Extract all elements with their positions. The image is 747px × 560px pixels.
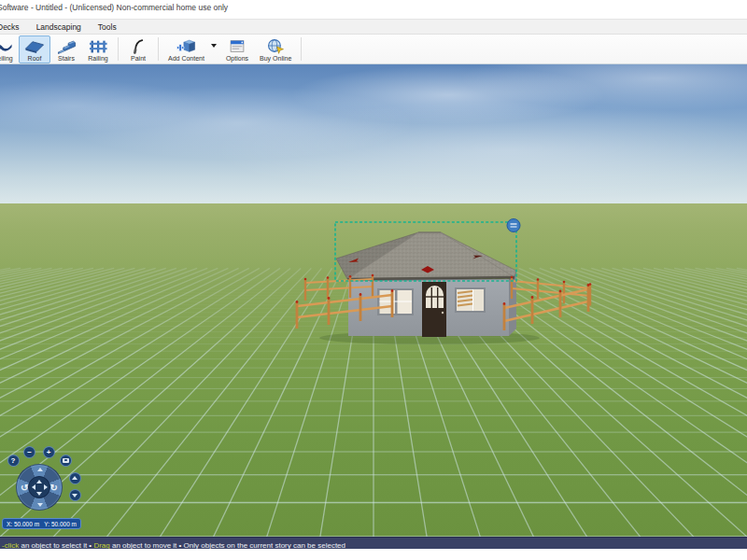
- up-arrow-icon: [72, 476, 78, 480]
- help-glyph: ?: [11, 456, 16, 465]
- minus-glyph: −: [27, 448, 32, 456]
- pad-down-icon: [36, 492, 42, 496]
- down-arrow-icon: [72, 494, 78, 497]
- toolbar-separator: [118, 37, 119, 61]
- elevation-down-button[interactable]: [69, 489, 81, 501]
- add-content-icon: [176, 38, 196, 54]
- app-window: Software - Untitled - (Unlicensed) Non-c…: [0, 0, 747, 560]
- tool-label: Roof: [28, 55, 42, 62]
- tool-label: Railing: [88, 55, 107, 62]
- tool-button-roof[interactable]: Roof: [19, 35, 50, 63]
- tool-label: Paint: [131, 55, 146, 62]
- house-object[interactable]: [289, 215, 621, 350]
- toolbar-separator: [158, 37, 159, 61]
- help-button[interactable]: ?: [7, 455, 20, 467]
- selection-handle[interactable]: [507, 219, 520, 232]
- railing-icon: [88, 38, 108, 54]
- railing-right-far: [512, 281, 590, 296]
- coordinate-readout: X: 50.000 m Y: 50.000 m: [2, 518, 81, 529]
- coordinate-x: X: 50.000 m: [7, 521, 39, 527]
- tool-button-paint[interactable]: Paint: [122, 35, 154, 63]
- tool-label: Options: [226, 55, 248, 62]
- status-bar: -click an object to select it • Drag an …: [0, 537, 747, 549]
- toolbar: Ceiling Roof Stairs: [0, 35, 747, 64]
- menu-item-decks[interactable]: Decks: [0, 21, 28, 34]
- coordinate-y: Y: 50.000 m: [44, 521, 77, 527]
- roof-icon: [24, 38, 45, 54]
- zoom-out-button[interactable]: −: [23, 446, 35, 458]
- pad-up-icon: [36, 480, 42, 483]
- scene-viewport[interactable]: ? − + ↺ ↻: [0, 64, 747, 537]
- title-bar: Software - Untitled - (Unlicensed) Non-c…: [0, 0, 747, 19]
- clouds: [0, 64, 747, 203]
- menu-item-tools[interactable]: Tools: [90, 21, 125, 34]
- bottom-strip: [0, 549, 747, 560]
- add-content-dropdown-arrow[interactable]: [211, 44, 217, 48]
- tool-label: Add Content: [168, 55, 204, 62]
- stairs-icon: [56, 38, 77, 54]
- rotate-right-icon[interactable]: ↻: [50, 483, 58, 493]
- camera-button[interactable]: [60, 455, 72, 467]
- menu-item-landscaping[interactable]: Landscaping: [28, 21, 90, 34]
- pan-pad[interactable]: [28, 476, 50, 498]
- tool-label: Ceiling: [0, 55, 13, 62]
- tool-button-stairs[interactable]: Stairs: [50, 35, 82, 63]
- view-dial[interactable]: ↺ ↻: [16, 464, 63, 511]
- paint-icon: [128, 38, 148, 54]
- menu-bar: Decks Landscaping Tools: [0, 19, 747, 35]
- tool-button-buy-online[interactable]: Buy Online: [254, 35, 297, 63]
- zoom-in-button[interactable]: +: [43, 446, 55, 458]
- pan-down-arrow-icon[interactable]: [37, 503, 43, 507]
- tool-button-railing[interactable]: Railing: [82, 35, 114, 63]
- toolbar-separator: [301, 37, 302, 61]
- tool-button-options[interactable]: Options: [220, 35, 254, 63]
- window-title: Software - Untitled - (Unlicensed) Non-c…: [0, 3, 228, 12]
- buy-online-icon: [265, 38, 286, 54]
- plus-glyph: +: [47, 448, 51, 456]
- pad-right-icon: [44, 484, 48, 490]
- elevation-up-button[interactable]: [69, 472, 81, 484]
- pan-up-arrow-icon[interactable]: [37, 468, 43, 471]
- tool-button-ceiling[interactable]: Ceiling: [0, 35, 19, 63]
- tool-button-add-content[interactable]: Add Content: [162, 35, 210, 63]
- camera-icon: [63, 458, 69, 463]
- pad-left-icon: [32, 484, 35, 490]
- options-icon: [227, 38, 247, 54]
- tool-label: Buy Online: [260, 55, 291, 62]
- sky: [0, 64, 747, 203]
- ceiling-icon: [0, 38, 13, 54]
- tool-label: Stairs: [58, 55, 75, 62]
